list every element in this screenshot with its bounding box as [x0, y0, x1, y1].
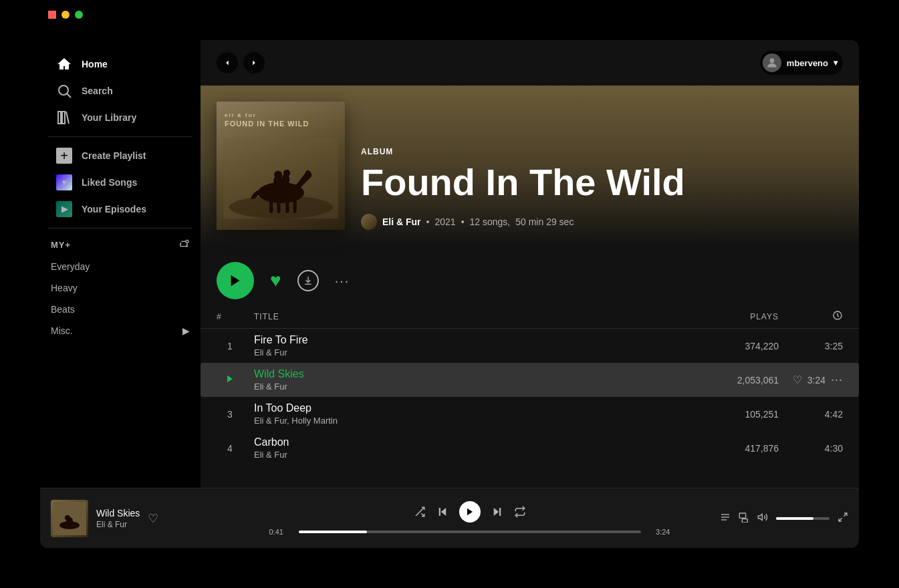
next-button[interactable]: [491, 506, 503, 518]
svg-line-1: [68, 94, 72, 98]
add-playlist-icon[interactable]: [179, 238, 190, 252]
sidebar-item-home[interactable]: Home: [48, 51, 192, 78]
library-icon: [56, 110, 72, 126]
queue-button[interactable]: [720, 512, 731, 525]
playlist-misc-arrow: ▶: [182, 325, 190, 336]
playlist-item-misc[interactable]: Misc. ▶: [40, 320, 201, 341]
svg-marker-19: [227, 376, 233, 383]
album-more-button[interactable]: ···: [335, 273, 350, 289]
main-area: Home Search Your Library: [40, 40, 859, 488]
playlist-item-everyday[interactable]: Everyday: [40, 256, 201, 277]
create-playlist-icon: +: [56, 148, 72, 164]
svg-rect-30: [499, 508, 501, 516]
svg-point-14: [274, 171, 282, 179]
home-icon: [56, 56, 72, 72]
track-name-1: Fire To Fire: [254, 334, 688, 346]
devices-button[interactable]: [739, 512, 749, 525]
shuffle-button[interactable]: [414, 506, 426, 518]
progress-bar[interactable]: [299, 531, 641, 533]
liked-songs-item[interactable]: ♥ Liked Songs: [48, 169, 192, 196]
user-menu[interactable]: mberveno ▾: [760, 51, 843, 75]
back-button[interactable]: [217, 52, 238, 74]
total-time: 3:24: [646, 528, 670, 536]
cover-album-name: FOUND IN THE WILD: [225, 120, 309, 128]
svg-marker-17: [231, 275, 240, 287]
track-list-area: eli & fur FOUND IN THE WILD: [201, 86, 859, 488]
track-row[interactable]: 1 Fire To Fire Eli & Fur 374,220 3:25: [201, 329, 859, 363]
current-time: 0:41: [269, 528, 293, 536]
album-title: Found In The Wild: [361, 162, 843, 203]
track-plays-2: 2,053,061: [698, 375, 779, 386]
track-name-4: Carbon: [254, 436, 688, 448]
track-more-2[interactable]: ···: [831, 373, 843, 387]
playlist-section: MY+ Everyday Heavy Beats Misc. ▶: [40, 229, 201, 488]
track-info-2: Wild Skies Eli & Fur: [254, 368, 688, 392]
volume-bar[interactable]: [776, 517, 829, 520]
album-header: eli & fur FOUND IN THE WILD: [201, 86, 859, 246]
track-row-active[interactable]: Wild Skies Eli & Fur 2,053,061 ♡ 3:24 ··…: [201, 363, 859, 397]
content-header: mberveno ▾: [201, 40, 859, 86]
svg-point-5: [770, 58, 775, 63]
album-type-label: ALBUM: [361, 147, 843, 156]
svg-rect-10: [277, 200, 280, 213]
meta-dot-2: •: [461, 216, 465, 227]
track-plays-4: 417,876: [698, 443, 779, 454]
player-controls: 0:41 3:24: [249, 501, 690, 536]
track-like-2[interactable]: ♡: [793, 374, 802, 386]
album-duration: 50 min 29 sec: [515, 216, 573, 227]
svg-point-0: [59, 86, 68, 95]
sidebar: Home Search Your Library: [40, 40, 201, 488]
svg-line-37: [844, 513, 847, 517]
track-duration-val-2: 3:24: [807, 375, 825, 386]
track-artist-4: Eli & Fur: [254, 450, 688, 460]
track-duration-4: 4:30: [789, 443, 843, 454]
prev-button[interactable]: [436, 506, 448, 518]
col-duration-header: [789, 310, 843, 323]
volume-fill: [776, 517, 813, 520]
svg-rect-2: [58, 112, 61, 124]
player-buttons: [414, 501, 526, 523]
sidebar-item-search[interactable]: Search: [48, 78, 192, 104]
album-cover-art: [223, 127, 339, 230]
album-play-button[interactable]: [217, 262, 254, 299]
now-playing-heart[interactable]: ♡: [148, 511, 158, 526]
svg-point-23: [65, 515, 70, 521]
artist-thumb: [361, 214, 377, 230]
create-playlist-item[interactable]: + Create Playlist: [48, 142, 192, 169]
fullscreen-button[interactable]: [838, 512, 848, 525]
volume-button[interactable]: [757, 512, 768, 525]
search-icon: [56, 83, 72, 99]
repeat-button[interactable]: [514, 506, 526, 518]
playlist-item-heavy[interactable]: Heavy: [40, 277, 201, 299]
col-num-header: #: [217, 312, 243, 321]
sidebar-item-library[interactable]: Your Library: [48, 104, 192, 131]
svg-rect-9: [269, 200, 273, 213]
svg-rect-34: [739, 513, 745, 518]
album-download-button[interactable]: [297, 270, 319, 291]
track-duration-val-4: 4:30: [825, 443, 843, 454]
your-episodes-item[interactable]: ▶ Your Episodes: [48, 196, 192, 223]
play-pause-button[interactable]: [459, 501, 481, 523]
track-plays-3: 105,251: [698, 409, 779, 420]
app-window: Home Search Your Library: [40, 40, 859, 548]
sidebar-actions: + Create Playlist ♥ Liked Songs ▶ Your E…: [40, 137, 201, 228]
svg-rect-35: [742, 519, 747, 522]
playlist-beats-label: Beats: [51, 304, 75, 315]
track-duration-val-3: 4:42: [825, 409, 843, 420]
playlist-item-beats[interactable]: Beats: [40, 299, 201, 320]
track-row-3[interactable]: 3 In Too Deep Eli & Fur, Holly Martin 10…: [201, 397, 859, 431]
forward-button[interactable]: [243, 52, 265, 74]
track-duration-3: 4:42: [789, 409, 843, 420]
track-artist-1: Eli & Fur: [254, 347, 688, 357]
now-playing-info: Wild Skies Eli & Fur: [96, 508, 140, 529]
album-cover-text: eli & fur FOUND IN THE WILD: [225, 112, 309, 128]
liked-songs-icon: ♥: [56, 174, 72, 190]
album-artist[interactable]: Eli & Fur: [382, 216, 421, 227]
track-plays-1: 374,220: [698, 341, 779, 351]
album-song-count: 12 songs,: [470, 216, 511, 227]
track-info-1: Fire To Fire Eli & Fur: [254, 334, 688, 357]
svg-rect-11: [285, 200, 289, 213]
album-heart-button[interactable]: ♥: [270, 270, 281, 291]
track-row-4[interactable]: 4 Carbon Eli & Fur 417,876 4:30: [201, 431, 859, 465]
svg-rect-12: [293, 200, 296, 213]
